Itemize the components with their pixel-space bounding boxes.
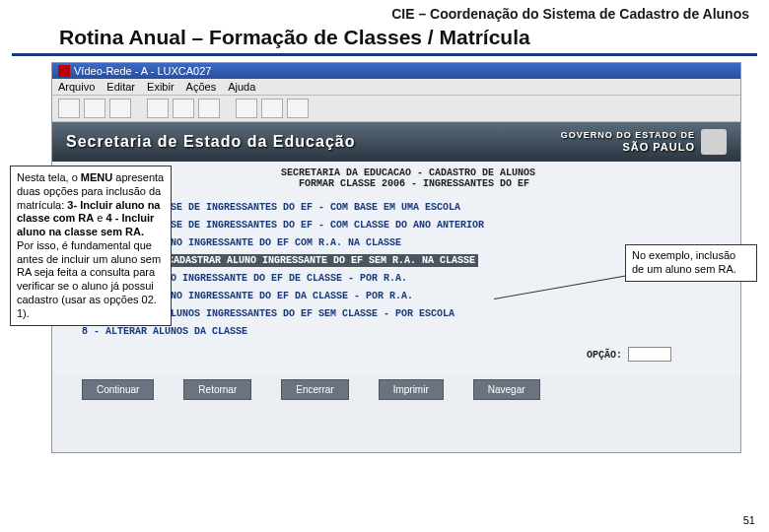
menubar: Arquivo Editar Exibir Ações Ajuda xyxy=(52,79,740,96)
banner-right-line2: SÃO PAULO xyxy=(561,141,695,153)
banner: Secretaria de Estado da Educação GOVERNO… xyxy=(52,122,740,162)
menu-arquivo[interactable]: Arquivo xyxy=(58,81,95,93)
screen-subtitle: FORMAR CLASSE 2006 - INGRESSANTES DO EF xyxy=(299,178,529,189)
menu-opt-7[interactable]: 7 - CONSULTAR ALUNOS INGRESSANTES DO EF … xyxy=(82,308,711,319)
banner-right-line1: GOVERNO DO ESTADO DE xyxy=(561,131,695,141)
toolbar-btn-7[interactable] xyxy=(236,99,257,118)
window-titlebar: Vídeo-Rede - A - LUXCA027 xyxy=(52,63,740,79)
window-title-text: Vídeo-Rede - A - LUXCA027 xyxy=(74,65,211,77)
opcao-input[interactable] xyxy=(628,347,671,362)
menu-exibir[interactable]: Exibir xyxy=(147,81,175,93)
toolbar-btn-3[interactable] xyxy=(109,99,131,118)
toolbar xyxy=(52,96,740,122)
opcao-row: OPÇÃO: xyxy=(82,347,671,362)
menu-opt-4[interactable]: 4 - INCLUIR / CADASTRAR ALUNO INGRESSANT… xyxy=(82,255,711,266)
menu-opt-6[interactable]: 6 - EXCLUIR ALUNO INGRESSANTE DO EF DA C… xyxy=(82,291,711,301)
page-number: 51 xyxy=(743,514,755,526)
toolbar-btn-8[interactable] xyxy=(261,99,283,118)
menu-opt-2[interactable]: 2 - FORMAR CLASSE DE INGRESSANTES DO EF … xyxy=(82,220,711,231)
menu-editar[interactable]: Editar xyxy=(106,81,135,93)
btn-encerrar[interactable]: Encerrar xyxy=(281,379,348,400)
menu-opt-5[interactable]: 5 - TROCAR ALUNO INGRESSANTE DO EF DE CL… xyxy=(82,273,711,284)
menu-opt-8[interactable]: 8 - ALTERAR ALUNOS DA CLASSE xyxy=(82,326,711,337)
toolbar-btn-6[interactable] xyxy=(198,99,220,118)
slide-title: Rotina Anual – Formação de Classes / Mat… xyxy=(0,24,769,53)
bottom-buttons: Continuar Retornar Encerrar Imprimir Nav… xyxy=(52,375,740,408)
toolbar-btn-1[interactable] xyxy=(58,99,80,118)
btn-navegar[interactable]: Navegar xyxy=(473,379,540,400)
sp-logo-icon xyxy=(701,129,727,155)
slide-header: CIE – Coordenação do Sistema de Cadastro… xyxy=(0,0,769,24)
screen-title: SECRETARIA DA EDUCACAO - CADASTRO DE ALU… xyxy=(281,167,535,178)
btn-continuar[interactable]: Continuar xyxy=(82,379,154,400)
menu-ajuda[interactable]: Ajuda xyxy=(228,81,255,93)
toolbar-btn-4[interactable] xyxy=(147,99,169,118)
toolbar-btn-5[interactable] xyxy=(173,99,194,118)
menu-opt-1[interactable]: 1 - FORMAR CLASSE DE INGRESSANTES DO EF … xyxy=(82,202,711,213)
menu-acoes[interactable]: Ações xyxy=(186,81,217,93)
btn-imprimir[interactable]: Imprimir xyxy=(379,379,444,400)
opcao-label: OPÇÃO: xyxy=(587,350,622,361)
terminal-header-row: JCAA SECRETARIA DA EDUCACAO - CADASTRO D… xyxy=(82,167,711,178)
title-underline xyxy=(12,53,757,56)
callout-left: Nesta tela, o MENU apresenta duas opções… xyxy=(10,166,172,326)
btn-retornar[interactable]: Retornar xyxy=(183,379,251,400)
terminal-header-row2: 06.2.0 FORMAR CLASSE 2006 - INGRESSANTES… xyxy=(82,178,711,189)
toolbar-btn-9[interactable] xyxy=(287,99,309,118)
app-icon xyxy=(58,65,70,77)
callout-right: No exemplo, inclusão de um aluno sem RA. xyxy=(625,244,757,282)
banner-right: GOVERNO DO ESTADO DE SÃO PAULO xyxy=(561,129,727,155)
banner-text: Secretaria de Estado da Educação xyxy=(66,133,355,151)
menu-opt-3[interactable]: 3 - INCLUIR ALUNO INGRESSANTE DO EF COM … xyxy=(82,237,711,248)
toolbar-btn-2[interactable] xyxy=(84,99,105,118)
